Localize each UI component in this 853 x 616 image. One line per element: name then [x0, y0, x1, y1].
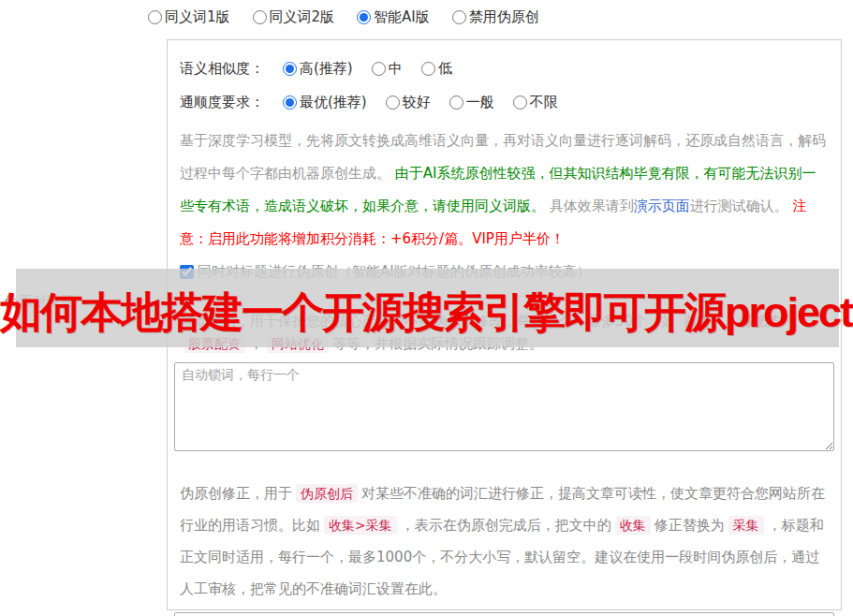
radio-fluency-unlimited[interactable]: 不限	[513, 94, 558, 111]
radio-smart-ai-input[interactable]	[357, 10, 371, 24]
radio-disable-rewrite[interactable]: 禁用伪原创	[452, 8, 539, 26]
text-segment: ，表示在伪原创完成后，把文中的	[401, 517, 611, 534]
radio-fluency-good[interactable]: 较好	[386, 94, 431, 111]
radio-similarity-high[interactable]: 高(推荐)	[283, 60, 353, 78]
radio-synonym-v1-label: 同义词1版	[165, 8, 230, 26]
radio-synonym-v1-input[interactable]	[148, 10, 162, 24]
ai-mode-description: 基于深度学习模型，先将原文转换成高维语义向量，再对语义向量进行逐词解码，还原成自…	[180, 125, 829, 256]
rewrite-fix-textarea[interactable]	[174, 612, 834, 616]
demo-page-link[interactable]: 演示页面	[634, 198, 690, 214]
radio-fluency-best-input[interactable]	[283, 95, 297, 110]
radio-synonym-v2-input[interactable]	[253, 10, 267, 24]
semantic-similarity-label: 语义相似度：	[180, 60, 264, 78]
radio-fluency-good-label: 较好	[403, 94, 431, 111]
auto-lock-words-textarea[interactable]	[174, 362, 834, 451]
radio-fluency-normal-input[interactable]	[449, 95, 463, 110]
rewrite-mode-group: 同义词1版 同义词2版 智能AI版 禁用伪原创	[0, 0, 853, 26]
radio-similarity-mid[interactable]: 中	[372, 60, 403, 78]
text-segment: 修正替换为	[654, 517, 725, 534]
radio-similarity-high-input[interactable]	[283, 62, 297, 76]
radio-synonym-v2[interactable]: 同义词2版	[253, 8, 335, 26]
radio-disable-rewrite-input[interactable]	[452, 10, 466, 24]
radio-synonym-v1[interactable]: 同义词1版	[148, 8, 230, 26]
text-segment: 具体效果请到	[550, 198, 634, 214]
text-segment: 伪原创修正，用于	[180, 485, 292, 502]
radio-similarity-low[interactable]: 低	[421, 60, 452, 78]
radio-similarity-mid-label: 中	[389, 60, 403, 78]
radio-similarity-high-label: 高(推荐)	[300, 60, 353, 78]
radio-fluency-unlimited-label: 不限	[530, 94, 558, 111]
keyword-tag: 伪原创后	[296, 484, 358, 503]
fluency-row: 通顺度要求： 最优(推荐) 较好 一般 不限	[180, 89, 829, 115]
radio-synonym-v2-label: 同义词2版	[270, 8, 335, 26]
keyword-tag: 收集	[615, 516, 651, 535]
keyword-tag: 采集	[728, 516, 764, 535]
radio-disable-rewrite-label: 禁用伪原创	[469, 8, 539, 26]
keyword-tag: 收集>采集	[324, 516, 397, 535]
radio-smart-ai-label: 智能AI版	[374, 8, 430, 26]
text-segment: 进行测试确认。	[690, 198, 793, 214]
rewrite-fix-description: 伪原创修正，用于伪原创后对某些不准确的词汇进行修正，提高文章可读性，使文章更符合…	[180, 477, 829, 605]
radio-similarity-low-label: 低	[438, 60, 452, 78]
radio-fluency-best[interactable]: 最优(推荐)	[283, 94, 367, 111]
radio-smart-ai[interactable]: 智能AI版	[357, 8, 430, 26]
radio-fluency-unlimited-input[interactable]	[513, 95, 527, 110]
radio-similarity-low-input[interactable]	[421, 62, 435, 76]
radio-fluency-normal[interactable]: 一般	[449, 94, 494, 111]
semantic-similarity-row: 语义相似度： 高(推荐) 中 低	[180, 55, 829, 81]
radio-fluency-normal-label: 一般	[466, 94, 494, 111]
red-caption-overlay: 如何本地搭建一个开源搜索引擎即可开源project	[0, 288, 853, 337]
radio-fluency-good-input[interactable]	[386, 95, 400, 110]
radio-fluency-best-label: 最优(推荐)	[300, 94, 367, 111]
radio-similarity-mid-input[interactable]	[372, 62, 386, 76]
fluency-label: 通顺度要求：	[180, 94, 264, 111]
